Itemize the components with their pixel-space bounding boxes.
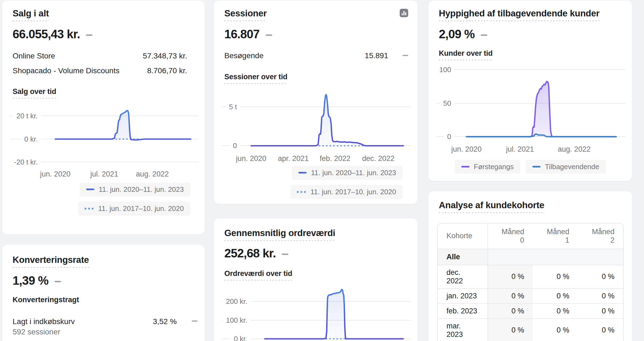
sales-breakdown-list: Online Store 57.348,73 kr. Shopacado - V… bbox=[13, 51, 187, 76]
legend-item-current-period: 11. jun. 2020–11. jun. 2023 bbox=[80, 183, 190, 196]
total-sales-card: Salg i alt 66.055,43 kr. Online Store 57… bbox=[2, 1, 205, 234]
order-value-over-time-chart: 200 kr.100 kr.0 kr. bbox=[222, 287, 411, 341]
solid-line-icon bbox=[298, 172, 307, 174]
no-change-indicator bbox=[402, 55, 408, 56]
cohort-label: dec. 2022 bbox=[438, 265, 488, 289]
no-change-indicator bbox=[192, 321, 198, 322]
conversion-rate-card: Konverteringsrate 1,39 % Konverteringstr… bbox=[2, 245, 205, 341]
y-axis-label: 20 t kr. bbox=[13, 112, 41, 120]
no-change-indicator bbox=[266, 34, 272, 36]
chart-legend: 11. jun. 2020–11. jun. 2023 11. jun. 201… bbox=[214, 166, 403, 199]
channel-label: Online Store bbox=[13, 51, 55, 61]
cohort-cell: 0 % bbox=[578, 289, 623, 304]
cohort-label: mar. 2023 bbox=[438, 319, 488, 341]
x-axis-label: jul. 2021 bbox=[90, 170, 118, 178]
breakdown-row: Online Store 57.348,73 kr. bbox=[13, 51, 187, 61]
cohort-cell: 0 % bbox=[488, 319, 533, 341]
card-title: Gennemsnitlig ordreværdi bbox=[224, 228, 335, 241]
x-axis-label: jul. 2021 bbox=[506, 145, 534, 154]
cohort-cell bbox=[488, 249, 533, 265]
cohort-cell: 0 % bbox=[533, 265, 578, 289]
column-header-month-0: Måned 0 bbox=[488, 224, 533, 249]
card-title: Konverteringsrate bbox=[13, 255, 89, 268]
channel-value: 57.348,73 kr. bbox=[143, 51, 187, 61]
y-axis-label: 100 kr. bbox=[223, 316, 251, 324]
sales-line-plot bbox=[55, 108, 191, 166]
chart-subtitle: Kunder over tid bbox=[439, 49, 493, 60]
y-axis-label: 200 kr. bbox=[223, 297, 251, 306]
no-change-indicator bbox=[54, 281, 61, 282]
cohort-label: Alle bbox=[438, 249, 488, 265]
x-axis-label: aug. 2022 bbox=[136, 170, 169, 178]
table-header-row: Kohorte Måned 0 Måned 1 Måned 2 bbox=[438, 224, 623, 249]
cohort-cell: 0 % bbox=[488, 265, 533, 289]
y-axis-label: 50 bbox=[440, 99, 454, 107]
legend-item-previous-period: 11. jun. 2017–10. jun. 2020 bbox=[290, 185, 403, 199]
cohort-cell: 0 % bbox=[533, 319, 578, 341]
chart-subtitle: Salg over tid bbox=[13, 87, 56, 99]
card-title: Analyse af kundekohorte bbox=[439, 200, 544, 213]
legend-item-current-period: 11. jun. 2020–11. jun. 2023 bbox=[292, 166, 403, 180]
dash-column bbox=[177, 317, 198, 322]
x-axis-label: jun. 2020 bbox=[236, 154, 266, 163]
chart-subtitle: Ordreværdi over tid bbox=[224, 269, 292, 281]
y-axis-label: -20 t kr. bbox=[11, 158, 41, 166]
funnel-step-row: Lagt i indkøbskurv 3,52 % bbox=[13, 317, 198, 326]
x-axis-label: aug. 2022 bbox=[558, 145, 591, 154]
cohort-cell: 0 % bbox=[533, 289, 578, 304]
average-order-value-card: Gennemsnitlig ordreværdi 252,68 kr. Ordr… bbox=[214, 219, 417, 341]
funnel-subtitle: Konverteringstragt bbox=[13, 296, 194, 304]
y-axis-label: 100 bbox=[436, 65, 454, 74]
bar-chart-report-button[interactable] bbox=[400, 9, 408, 17]
sessions-over-time-chart: 5 t0jun. 2020apr. 2021feb. 2022dec. 2022 bbox=[222, 93, 411, 150]
card-title: Sessioner bbox=[224, 8, 267, 21]
no-change-indicator bbox=[481, 34, 487, 36]
breakdown-row: Shopacado - Volume Discounts 8.706,70 kr… bbox=[13, 66, 187, 76]
card-title: Hyppighed af tilbagevendende kunder bbox=[439, 8, 599, 21]
sessions-value: 16.807 bbox=[224, 27, 260, 41]
total-sales-value: 66.055,43 kr. bbox=[13, 27, 80, 41]
visitors-label: Besøgende bbox=[224, 51, 263, 60]
card-title: Salg i alt bbox=[13, 8, 49, 21]
table-row: Alle bbox=[438, 249, 623, 265]
cohort-label: feb. 2023 bbox=[438, 304, 488, 319]
channel-label: Shopacado - Volume Discounts bbox=[13, 66, 120, 76]
y-axis-label: 0 kr. bbox=[231, 335, 251, 341]
cohort-table: Kohorte Måned 0 Måned 1 Måned 2 Alle dec… bbox=[437, 223, 624, 341]
sessions-line-plot bbox=[251, 93, 403, 150]
x-axis-label: dec. 2022 bbox=[362, 154, 395, 163]
chart-legend: 11. jun. 2020–11. jun. 2023 11. jun. 201… bbox=[2, 183, 190, 216]
column-header-kohorte: Kohorte bbox=[438, 224, 488, 249]
legend-item-returning: Tilbagevendende bbox=[526, 160, 606, 174]
x-axis-label: jun. 2020 bbox=[40, 170, 70, 178]
returning-rate-value: 2,09 % bbox=[439, 27, 475, 41]
x-axis-label: apr. 2021 bbox=[278, 154, 309, 163]
visitors-value: 15.891 bbox=[365, 51, 388, 60]
visitors-row: Besøgende 15.891 bbox=[224, 51, 408, 60]
dotted-line-icon bbox=[297, 191, 306, 193]
cohort-cell bbox=[578, 249, 623, 265]
sales-over-time-chart: 20 t kr.0 kr.-20 t kr.jun. 2020jul. 2021… bbox=[10, 108, 198, 166]
chart-legend: Førstegangs Tilbagevendende bbox=[428, 160, 632, 174]
x-axis-label: jun. 2020 bbox=[451, 145, 481, 154]
table-row: feb. 2023 0 % 0 % 0 % bbox=[438, 304, 623, 319]
y-axis-label: 5 t bbox=[226, 103, 240, 111]
purple-line-icon bbox=[461, 166, 469, 167]
y-axis-label: 0 kr. bbox=[21, 135, 41, 143]
conversion-rate-value: 1,39 % bbox=[13, 274, 48, 287]
channel-value: 8.706,70 kr. bbox=[147, 66, 187, 76]
aov-value: 252,68 kr. bbox=[224, 246, 276, 260]
legend-label: 11. jun. 2017–10. jun. 2020 bbox=[98, 204, 184, 213]
legend-label: Førstegangs bbox=[474, 163, 514, 171]
customers-over-time-chart: 100500jun. 2020jul. 2021aug. 2022 bbox=[436, 67, 625, 141]
table-row: mar. 2023 0 % 0 % 0 % bbox=[438, 319, 623, 341]
returning-customer-rate-card: Hyppighed af tilbagevendende kunder 2,09… bbox=[428, 1, 632, 181]
cohort-cell: 0 % bbox=[488, 289, 533, 304]
legend-label: 11. jun. 2020–11. jun. 2023 bbox=[311, 169, 396, 177]
legend-label: 11. jun. 2020–11. jun. 2023 bbox=[99, 185, 184, 194]
cohort-label: jan. 2023 bbox=[438, 289, 488, 304]
legend-label: Tilbagevendende bbox=[545, 163, 599, 171]
solid-line-icon bbox=[86, 189, 94, 190]
no-change-indicator bbox=[86, 34, 92, 36]
cohort-cell: 0 % bbox=[533, 304, 578, 319]
